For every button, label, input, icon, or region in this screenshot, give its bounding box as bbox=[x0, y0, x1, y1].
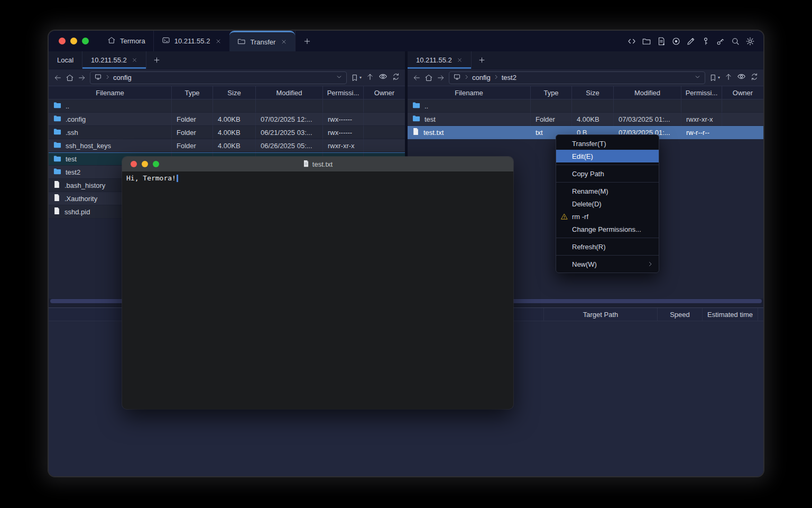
refresh-button[interactable] bbox=[392, 72, 400, 83]
menu-label: Transfer(T) bbox=[572, 140, 606, 148]
chevron-down-icon[interactable] bbox=[694, 74, 701, 82]
filename: .config bbox=[66, 115, 86, 123]
column-header-owner[interactable]: Owner bbox=[722, 86, 763, 99]
path-bar[interactable]: config bbox=[90, 71, 347, 84]
menu-item-new[interactable]: New(W) bbox=[556, 258, 659, 270]
log-document-icon[interactable] bbox=[657, 37, 666, 46]
home-icon bbox=[107, 36, 116, 46]
filename: .. bbox=[66, 102, 69, 110]
tab-host-session[interactable]: 10.211.55.2 bbox=[153, 31, 230, 51]
tab-remote-host[interactable]: 10.211.55.2 bbox=[408, 51, 472, 69]
filename: .Xauthority bbox=[64, 195, 97, 203]
column-header-speed[interactable]: Speed bbox=[657, 308, 702, 321]
menu-item-rm-rf[interactable]: rm -rf bbox=[556, 210, 659, 223]
folder-icon bbox=[53, 128, 61, 137]
folder-icon bbox=[53, 102, 61, 110]
table-row[interactable]: .. bbox=[49, 99, 405, 113]
table-row[interactable]: ssh_host_keys Folder4.00KB06/26/2025 05:… bbox=[49, 139, 405, 152]
column-header-type[interactable]: Type bbox=[172, 86, 213, 99]
menu-item-copy-path[interactable]: Copy Path bbox=[556, 167, 659, 180]
filename: test2 bbox=[66, 168, 80, 176]
close-window-button[interactable] bbox=[131, 161, 137, 167]
menu-item-change-permissions[interactable]: Change Permissions... bbox=[556, 223, 659, 235]
close-tab-icon[interactable] bbox=[215, 38, 222, 44]
editor-title-bar[interactable]: test.txt bbox=[122, 157, 513, 171]
column-header-owner[interactable]: Owner bbox=[364, 86, 405, 99]
maximize-window-button[interactable] bbox=[153, 161, 159, 167]
menu-item-refresh[interactable]: Refresh(R) bbox=[556, 240, 659, 253]
new-panel-tab-button[interactable] bbox=[146, 51, 167, 69]
menu-item-delete[interactable]: Delete(D) bbox=[556, 197, 659, 210]
tab-label: Transfer bbox=[250, 38, 275, 46]
bookmark-button[interactable]: ▾ bbox=[709, 74, 720, 82]
column-header-permissions[interactable]: Permissi... bbox=[323, 86, 364, 99]
keychain-icon[interactable] bbox=[716, 37, 725, 46]
column-header-estimated-time[interactable]: Estimated time bbox=[702, 308, 758, 321]
edit-pencil-icon[interactable] bbox=[686, 37, 696, 46]
tab-transfer[interactable]: Transfer bbox=[229, 31, 295, 51]
table-row[interactable]: test Folder4.00KB07/03/2025 01:...rwxr-x… bbox=[408, 113, 763, 126]
table-row[interactable]: .. bbox=[408, 99, 763, 113]
column-header-size[interactable]: Size bbox=[572, 86, 614, 99]
forward-button[interactable] bbox=[437, 74, 445, 82]
bookmark-button[interactable]: ▾ bbox=[350, 74, 362, 82]
table-header: Filename Type Size Modified Permissi... … bbox=[408, 86, 763, 99]
tab-remote-host[interactable]: 10.211.55.2 bbox=[82, 51, 146, 69]
settings-gear-icon[interactable] bbox=[745, 37, 755, 46]
column-header-target-path[interactable]: Target Path bbox=[543, 308, 657, 321]
editor-title-text: test.txt bbox=[312, 160, 333, 168]
editor-window: test.txt Hi, Termora! bbox=[122, 157, 513, 409]
show-hidden-files-button[interactable] bbox=[379, 72, 387, 83]
column-header-type[interactable]: Type bbox=[531, 86, 572, 99]
back-button[interactable] bbox=[53, 74, 62, 82]
transfer-header-tail bbox=[758, 308, 763, 321]
code-snippets-icon[interactable] bbox=[627, 37, 636, 46]
new-tab-button[interactable] bbox=[295, 31, 319, 51]
tab-termora[interactable]: Termora bbox=[99, 31, 153, 51]
folder-icon[interactable] bbox=[642, 37, 651, 46]
forward-button[interactable] bbox=[78, 74, 86, 82]
menu-item-edit[interactable]: Edit(E) bbox=[556, 150, 659, 162]
editor-content-area[interactable]: Hi, Termora! bbox=[122, 171, 513, 409]
close-window-button[interactable] bbox=[59, 38, 66, 44]
table-row[interactable]: .config Folder4.00KB07/02/2025 12:...rwx… bbox=[49, 113, 405, 126]
menu-item-rename[interactable]: Rename(M) bbox=[556, 185, 659, 197]
up-directory-button[interactable] bbox=[366, 72, 374, 83]
show-hidden-files-button[interactable] bbox=[737, 72, 746, 83]
record-icon[interactable] bbox=[671, 37, 681, 46]
column-header-size[interactable]: Size bbox=[213, 86, 256, 99]
home-button[interactable] bbox=[66, 74, 74, 82]
path-segment[interactable]: test2 bbox=[502, 74, 516, 81]
column-header-filename[interactable]: Filename bbox=[408, 86, 531, 99]
home-button[interactable] bbox=[425, 74, 433, 82]
table-row[interactable]: .ssh Folder4.00KB06/21/2025 03:...rwx---… bbox=[49, 126, 405, 139]
menu-item-transfer[interactable]: Transfer(T) bbox=[556, 137, 659, 150]
up-directory-button[interactable] bbox=[724, 72, 733, 83]
table-header: Filename Type Size Modified Permissi... … bbox=[49, 86, 405, 99]
minimize-window-button[interactable] bbox=[142, 161, 148, 167]
maximize-window-button[interactable] bbox=[82, 38, 89, 44]
refresh-button[interactable] bbox=[750, 72, 759, 83]
path-segment[interactable]: config bbox=[472, 74, 491, 81]
path-segment[interactable]: config bbox=[113, 74, 132, 81]
path-bar[interactable]: config test2 bbox=[449, 71, 705, 84]
close-tab-icon[interactable] bbox=[281, 39, 287, 45]
editor-title: test.txt bbox=[122, 160, 513, 169]
tab-local[interactable]: Local bbox=[49, 51, 82, 69]
new-panel-tab-button[interactable] bbox=[472, 51, 492, 69]
filename: .. bbox=[425, 102, 428, 110]
close-tab-icon[interactable] bbox=[132, 57, 137, 63]
back-button[interactable] bbox=[412, 74, 421, 82]
column-header-modified[interactable]: Modified bbox=[614, 86, 681, 99]
column-header-filename[interactable]: Filename bbox=[49, 86, 172, 99]
context-menu: Transfer(T) Edit(E) Copy Path Rename(M) … bbox=[556, 134, 659, 273]
column-header-permissions[interactable]: Permissi... bbox=[681, 86, 722, 99]
minimize-window-button[interactable] bbox=[70, 38, 77, 44]
column-header-modified[interactable]: Modified bbox=[256, 86, 323, 99]
chevron-down-icon[interactable] bbox=[336, 74, 343, 82]
search-icon[interactable] bbox=[731, 37, 740, 46]
menu-label: New(W) bbox=[572, 260, 597, 268]
key-icon[interactable] bbox=[701, 37, 710, 46]
close-tab-icon[interactable] bbox=[457, 57, 463, 63]
folder-icon bbox=[53, 115, 61, 123]
